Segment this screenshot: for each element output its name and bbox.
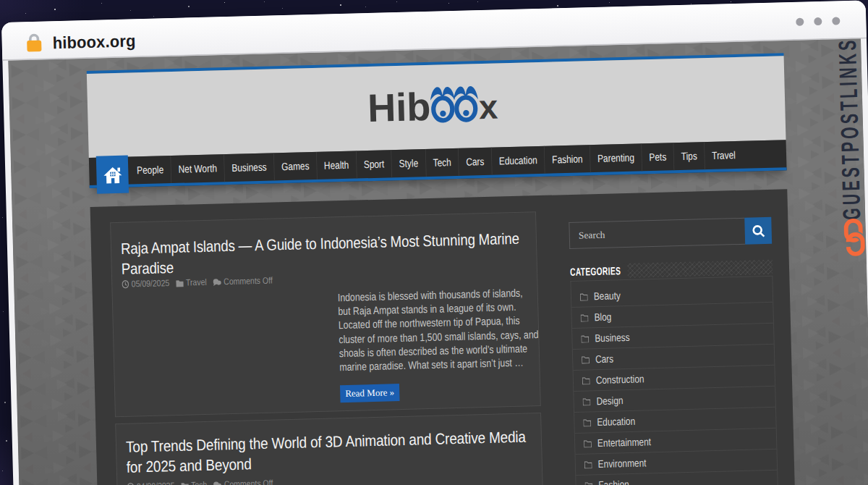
svg-text:Hib: Hib [367,84,431,129]
svg-text:x: x [479,87,498,126]
